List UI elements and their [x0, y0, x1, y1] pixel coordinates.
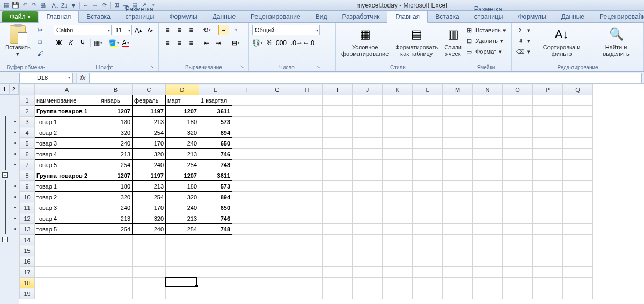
- cell-N15[interactable]: [473, 245, 503, 256]
- tab-0[interactable]: Главная: [39, 11, 79, 23]
- tab-разметка страницы[interactable]: Разметка страницы: [467, 4, 511, 22]
- cell-L1[interactable]: [413, 95, 443, 106]
- cell-L13[interactable]: [413, 224, 443, 235]
- cell-P16[interactable]: [533, 256, 563, 267]
- cell-P19[interactable]: [533, 288, 563, 299]
- cell-L4[interactable]: [413, 127, 443, 138]
- conditional-format-button[interactable]: ▦ Условное форматирование: [339, 25, 391, 58]
- cell-I19[interactable]: [323, 288, 353, 299]
- cell-B9[interactable]: 180: [99, 181, 133, 192]
- cell-J19[interactable]: [353, 288, 383, 299]
- outline-toggle[interactable]: −: [2, 172, 8, 178]
- cell-O5[interactable]: [503, 138, 533, 149]
- comma-icon[interactable]: 000: [276, 38, 287, 48]
- cell-N5[interactable]: [473, 138, 503, 149]
- col-header-A[interactable]: A: [35, 84, 99, 95]
- cell-L6[interactable]: [413, 149, 443, 160]
- cell-Q14[interactable]: [563, 235, 593, 245]
- cell-N13[interactable]: [473, 224, 503, 235]
- cell-D16[interactable]: [166, 256, 199, 267]
- cell-P1[interactable]: [533, 95, 563, 106]
- cell-E5[interactable]: 650: [199, 138, 232, 149]
- cell-H5[interactable]: [292, 138, 323, 149]
- cell-Q4[interactable]: [563, 127, 593, 138]
- cell-F14[interactable]: [232, 235, 262, 245]
- cell-F6[interactable]: [232, 149, 262, 160]
- cell-L19[interactable]: [413, 288, 443, 299]
- cell-O12[interactable]: [503, 213, 533, 224]
- cell-H7[interactable]: [292, 160, 323, 170]
- align-left-icon[interactable]: ≡: [162, 38, 173, 48]
- cell-I5[interactable]: [323, 138, 353, 149]
- cell-E15[interactable]: [199, 245, 232, 256]
- cell-O6[interactable]: [503, 149, 533, 160]
- cell-A17[interactable]: [35, 267, 99, 278]
- cell-O3[interactable]: [503, 117, 533, 127]
- row-header-19[interactable]: 19: [20, 288, 35, 299]
- row-header-4[interactable]: 4: [20, 127, 35, 138]
- cell-Q9[interactable]: [563, 181, 593, 192]
- fx-button[interactable]: fx: [76, 73, 89, 83]
- cell-H16[interactable]: [292, 256, 323, 267]
- sort-filter-button[interactable]: A↓ Сортировка и фильтр: [533, 25, 590, 58]
- cell-F16[interactable]: [232, 256, 262, 267]
- col-header-L[interactable]: L: [413, 84, 443, 95]
- cell-H11[interactable]: [292, 202, 323, 213]
- cell-D6[interactable]: 213: [166, 149, 199, 160]
- sort-asc-icon[interactable]: A↓: [51, 1, 60, 10]
- cell-B18[interactable]: [99, 278, 133, 288]
- cell-P9[interactable]: [533, 181, 563, 192]
- cell-N18[interactable]: [473, 278, 503, 288]
- cell-I14[interactable]: [323, 235, 353, 245]
- cell-D9[interactable]: 180: [166, 181, 199, 192]
- row-header-6[interactable]: 6: [20, 149, 35, 160]
- cell-J17[interactable]: [353, 267, 383, 278]
- cell-M9[interactable]: [443, 181, 473, 192]
- cell-G7[interactable]: [262, 160, 292, 170]
- cell-Q6[interactable]: [563, 149, 593, 160]
- cell-C12[interactable]: 320: [133, 213, 166, 224]
- cell-P15[interactable]: [533, 245, 563, 256]
- cell-J12[interactable]: [353, 213, 383, 224]
- cell-L3[interactable]: [413, 117, 443, 127]
- cell-C15[interactable]: [133, 245, 166, 256]
- cell-B10[interactable]: 320: [99, 192, 133, 202]
- cell-C5[interactable]: 170: [133, 138, 166, 149]
- cell-I9[interactable]: [323, 181, 353, 192]
- cell-Q11[interactable]: [563, 202, 593, 213]
- cell-I1[interactable]: [323, 95, 353, 106]
- align-center-icon[interactable]: ≡: [174, 38, 185, 48]
- cell-P12[interactable]: [533, 213, 563, 224]
- cell-H9[interactable]: [292, 181, 323, 192]
- cell-H19[interactable]: [292, 288, 323, 299]
- cell-J1[interactable]: [353, 95, 383, 106]
- cell-C1[interactable]: февраль: [133, 95, 166, 106]
- cell-D12[interactable]: 213: [166, 213, 199, 224]
- cell-P14[interactable]: [533, 235, 563, 245]
- cell-M7[interactable]: [443, 160, 473, 170]
- cell-Q12[interactable]: [563, 213, 593, 224]
- cell-G19[interactable]: [262, 288, 292, 299]
- cell-C8[interactable]: 1197: [133, 170, 166, 181]
- cell-C7[interactable]: 240: [133, 160, 166, 170]
- cell-A16[interactable]: [35, 256, 99, 267]
- decrease-decimal-icon[interactable]: ←.0: [303, 38, 314, 48]
- row-header-3[interactable]: 3: [20, 117, 35, 127]
- cell-L15[interactable]: [413, 245, 443, 256]
- cell-O4[interactable]: [503, 127, 533, 138]
- sort-desc-icon[interactable]: Z↓: [60, 1, 69, 10]
- cell-M1[interactable]: [443, 95, 473, 106]
- save-icon[interactable]: 💾: [11, 1, 20, 10]
- row-header-15[interactable]: 15: [20, 245, 35, 256]
- cell-O10[interactable]: [503, 192, 533, 202]
- tab-главная[interactable]: Главная: [387, 11, 428, 23]
- percent-icon[interactable]: %: [264, 38, 275, 48]
- cell-H15[interactable]: [292, 245, 323, 256]
- cell-K3[interactable]: [383, 117, 413, 127]
- print-icon[interactable]: 🖶: [39, 1, 47, 10]
- number-format-combo[interactable]: Общий: [252, 25, 320, 35]
- cell-A12[interactable]: товар 4: [35, 213, 99, 224]
- cell-G17[interactable]: [262, 267, 292, 278]
- cell-K1[interactable]: [383, 95, 413, 106]
- cell-P6[interactable]: [533, 149, 563, 160]
